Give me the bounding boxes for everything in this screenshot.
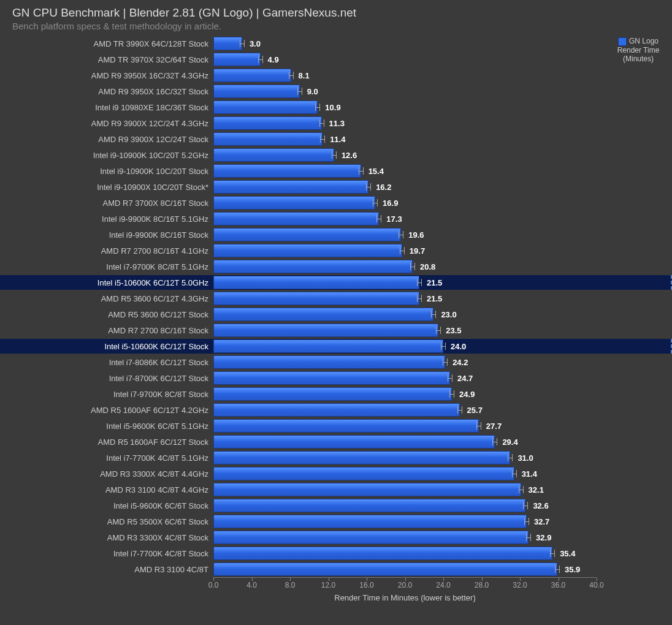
bar-track: 27.7: [213, 418, 613, 434]
error-whisker-icon: [526, 534, 531, 541]
bar-track: 32.1: [213, 482, 613, 498]
tick-label: 20.0: [398, 581, 412, 589]
value-label: 23.0: [441, 310, 456, 319]
error-whisker-icon: [508, 454, 513, 461]
error-whisker-icon: [431, 311, 436, 318]
bar: [213, 387, 452, 401]
bar: [213, 53, 261, 66]
error-whisker-icon: [476, 422, 481, 430]
bar-track: 24.0: [213, 338, 613, 354]
value-label: 11.4: [330, 135, 345, 144]
bar-row: AMD R5 3600 6C/12T 4.3GHz21.5: [0, 290, 613, 306]
bar-track: 32.6: [213, 498, 613, 513]
tick-label: 24.0: [436, 581, 450, 589]
error-whisker-icon: [519, 486, 524, 493]
error-whisker-icon: [512, 470, 517, 477]
bar-track: 10.9: [213, 99, 613, 115]
bar-track: 24.2: [213, 354, 613, 370]
error-whisker-icon: [523, 502, 528, 509]
error-whisker-icon: [366, 183, 371, 191]
bar-row: Intel i9-9900K 8C/16T 5.1GHz17.3: [0, 211, 613, 227]
bar: [213, 196, 375, 210]
bar-track: 23.0: [213, 306, 613, 322]
bar: [213, 435, 495, 449]
value-label: 23.5: [446, 326, 461, 335]
bar: [213, 371, 450, 385]
error-whisker-icon: [320, 135, 325, 143]
category-label: AMD R3 3300X 4C/8T Stock: [0, 533, 213, 542]
value-label: 17.3: [386, 214, 402, 224]
bar-row: AMD R5 3600 6C/12T Stock23.0: [0, 306, 613, 322]
bar-row: AMD TR 3990X 64C/128T Stock3.0: [0, 36, 613, 51]
error-whisker-icon: [457, 406, 462, 414]
bar-row: Intel i9-9900K 8C/16T Stock19.6: [0, 227, 613, 243]
chart-title: GN CPU Benchmark | Blender 2.81 (GN Logo…: [0, 0, 672, 20]
bar-track: 24.7: [213, 370, 613, 386]
category-label: AMD R3 3100 4C/8T 4.4GHz: [0, 485, 213, 494]
category-label: AMD R7 2700 8C/16T Stock: [0, 326, 213, 335]
tick-label: 36.0: [551, 581, 565, 589]
value-label: 25.7: [467, 406, 483, 415]
bar: [213, 116, 322, 130]
tick-label: 8.0: [285, 581, 296, 589]
category-label: Intel i5-10600K 6C/12T 5.0GHz: [0, 278, 213, 287]
value-label: 31.0: [517, 453, 533, 463]
error-whisker-icon: [399, 231, 403, 238]
tick-label: 0.0: [208, 581, 219, 589]
bar-row: Intel i7-9700K 8C/8T Stock24.9: [0, 386, 613, 402]
bar: [213, 148, 334, 162]
value-label: 27.7: [486, 422, 502, 431]
category-label: AMD R7 3700X 8C/16T Stock: [0, 199, 213, 208]
value-label: 11.3: [329, 119, 345, 128]
category-label: AMD R5 1600AF 6C/12T 4.2GHz: [0, 406, 213, 415]
error-whisker-icon: [297, 88, 302, 95]
bar-track: 17.3: [213, 211, 613, 227]
category-label: AMD R7 2700 8C/16T 4.1GHz: [0, 246, 213, 256]
value-label: 4.9: [268, 55, 279, 64]
category-label: Intel i7-8700K 6C/12T Stock: [0, 374, 213, 383]
value-label: 19.7: [410, 246, 425, 256]
value-label: 24.0: [451, 342, 466, 351]
bar-track: 20.8: [213, 259, 613, 275]
bar: [213, 515, 527, 528]
bar-track: 12.6: [213, 147, 613, 163]
error-whisker-icon: [550, 550, 555, 557]
error-whisker-icon: [448, 374, 452, 382]
category-label: AMD TR 3990X 64C/128T Stock: [0, 39, 213, 48]
bar: [213, 228, 401, 241]
error-whisker-icon: [376, 215, 381, 222]
bar-track: 32.7: [213, 513, 613, 529]
bar-track: 23.5: [213, 322, 613, 338]
bar: [213, 339, 443, 353]
bar-track: 19.6: [213, 227, 613, 243]
bar: [213, 324, 438, 337]
bar-track: 29.4: [213, 434, 613, 450]
bar: [213, 355, 445, 369]
bar: [213, 499, 525, 512]
value-label: 20.8: [420, 262, 435, 271]
value-label: 24.2: [452, 358, 468, 367]
bar-track: 16.9: [213, 195, 613, 211]
bar-row: Intel i5-9600K 6C/6T Stock32.6: [0, 498, 613, 513]
bar-row: Intel i9-10900K 10C/20T 5.2GHz12.6: [0, 147, 613, 163]
value-label: 16.2: [376, 183, 391, 192]
error-whisker-icon: [410, 263, 415, 270]
bar-row: AMD R7 2700 8C/16T Stock23.5: [0, 322, 613, 338]
tick-label: 28.0: [475, 581, 489, 589]
bar: [213, 562, 557, 576]
legend-swatch-icon: [618, 37, 627, 46]
error-whisker-icon: [449, 390, 454, 398]
value-label: 29.4: [502, 438, 517, 447]
bar-track: 9.0: [213, 83, 613, 99]
bar-track: 11.3: [213, 115, 613, 131]
error-whisker-icon: [319, 119, 324, 127]
value-label: 35.4: [560, 549, 575, 558]
category-label: Intel i9-10900K 10C/20T 5.2GHz: [0, 151, 213, 160]
bar: [213, 164, 361, 178]
bar-track: 8.1: [213, 67, 613, 83]
bar: [213, 292, 419, 305]
value-label: 15.4: [368, 167, 384, 176]
bar-track: 31.0: [213, 450, 613, 466]
value-label: 32.9: [536, 533, 551, 542]
bar-track: 24.9: [213, 386, 613, 402]
